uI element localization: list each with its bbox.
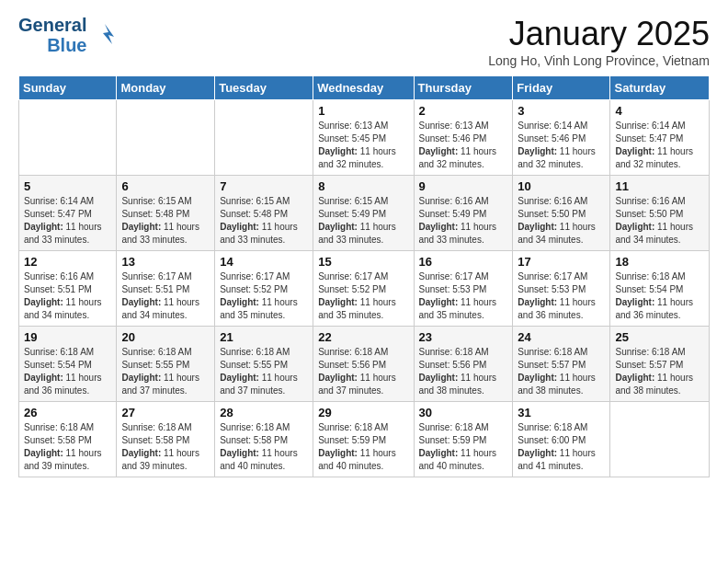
location-subtitle: Long Ho, Vinh Long Province, Vietnam	[488, 53, 710, 68]
logo: General Blue	[18, 15, 118, 55]
table-row: 27Sunrise: 6:18 AMSunset: 5:58 PMDayligh…	[117, 402, 215, 477]
day-info: Sunrise: 6:15 AMSunset: 5:48 PMDaylight:…	[220, 195, 308, 247]
day-number: 19	[24, 330, 111, 344]
table-row: 23Sunrise: 6:18 AMSunset: 5:56 PMDayligh…	[414, 327, 513, 402]
day-info: Sunrise: 6:17 AMSunset: 5:52 PMDaylight:…	[220, 270, 308, 322]
logo-general: General	[18, 15, 86, 35]
day-number: 17	[518, 255, 605, 269]
table-row: 2Sunrise: 6:13 AMSunset: 5:46 PMDaylight…	[414, 100, 513, 176]
day-number: 13	[121, 255, 210, 269]
day-info: Sunrise: 6:18 AMSunset: 5:58 PMDaylight:…	[24, 421, 111, 473]
day-number: 23	[419, 330, 508, 344]
page: General Blue January 2025 Long Ho, Vinh …	[0, 0, 728, 492]
day-info: Sunrise: 6:13 AMSunset: 5:46 PMDaylight:…	[419, 120, 508, 171]
day-info: Sunrise: 6:15 AMSunset: 5:49 PMDaylight:…	[318, 195, 408, 247]
day-number: 21	[220, 330, 308, 344]
day-info: Sunrise: 6:18 AMSunset: 5:55 PMDaylight:…	[121, 346, 210, 397]
table-row: 11Sunrise: 6:16 AMSunset: 5:50 PMDayligh…	[610, 176, 710, 251]
table-row: 13Sunrise: 6:17 AMSunset: 5:51 PMDayligh…	[117, 251, 215, 327]
day-number: 14	[220, 255, 308, 269]
svg-marker-0	[103, 24, 114, 44]
day-info: Sunrise: 6:18 AMSunset: 5:58 PMDaylight:…	[220, 421, 308, 473]
header-thursday: Thursday	[414, 76, 513, 100]
day-info: Sunrise: 6:17 AMSunset: 5:51 PMDaylight:…	[121, 270, 210, 322]
day-number: 8	[318, 179, 408, 193]
day-number: 10	[518, 179, 605, 193]
table-row: 29Sunrise: 6:18 AMSunset: 5:59 PMDayligh…	[313, 402, 414, 477]
day-number: 7	[220, 179, 308, 193]
header-saturday: Saturday	[610, 76, 710, 100]
day-info: Sunrise: 6:16 AMSunset: 5:50 PMDaylight:…	[518, 195, 605, 247]
day-info: Sunrise: 6:18 AMSunset: 5:54 PMDaylight:…	[615, 270, 704, 322]
table-row: 17Sunrise: 6:17 AMSunset: 5:53 PMDayligh…	[513, 251, 610, 327]
logo-icon	[92, 20, 118, 50]
month-title: January 2025	[488, 15, 710, 53]
day-info: Sunrise: 6:18 AMSunset: 5:59 PMDaylight:…	[419, 421, 508, 473]
table-row: 28Sunrise: 6:18 AMSunset: 5:58 PMDayligh…	[215, 402, 313, 477]
day-info: Sunrise: 6:17 AMSunset: 5:53 PMDaylight:…	[419, 270, 508, 322]
day-number: 4	[615, 104, 704, 118]
table-row	[117, 100, 215, 176]
table-row: 19Sunrise: 6:18 AMSunset: 5:54 PMDayligh…	[19, 327, 117, 402]
table-row: 8Sunrise: 6:15 AMSunset: 5:49 PMDaylight…	[313, 176, 414, 251]
title-block: January 2025 Long Ho, Vinh Long Province…	[488, 15, 710, 68]
day-number: 2	[419, 104, 508, 118]
day-number: 15	[318, 255, 408, 269]
calendar-week-row: 26Sunrise: 6:18 AMSunset: 5:58 PMDayligh…	[19, 402, 710, 477]
day-info: Sunrise: 6:14 AMSunset: 5:46 PMDaylight:…	[518, 120, 605, 171]
day-info: Sunrise: 6:16 AMSunset: 5:50 PMDaylight:…	[615, 195, 704, 247]
day-number: 22	[318, 330, 408, 344]
day-number: 24	[518, 330, 605, 344]
table-row: 4Sunrise: 6:14 AMSunset: 5:47 PMDaylight…	[610, 100, 710, 176]
table-row: 1Sunrise: 6:13 AMSunset: 5:45 PMDaylight…	[313, 100, 414, 176]
day-info: Sunrise: 6:15 AMSunset: 5:48 PMDaylight:…	[121, 195, 210, 247]
day-number: 25	[615, 330, 704, 344]
day-info: Sunrise: 6:18 AMSunset: 5:57 PMDaylight:…	[518, 346, 605, 397]
calendar-table: Sunday Monday Tuesday Wednesday Thursday…	[18, 75, 710, 477]
table-row: 26Sunrise: 6:18 AMSunset: 5:58 PMDayligh…	[19, 402, 117, 477]
day-number: 28	[220, 406, 308, 419]
table-row: 16Sunrise: 6:17 AMSunset: 5:53 PMDayligh…	[414, 251, 513, 327]
table-row	[215, 100, 313, 176]
day-number: 26	[24, 406, 111, 419]
day-number: 20	[121, 330, 210, 344]
day-number: 11	[615, 179, 704, 193]
day-number: 30	[419, 406, 508, 419]
logo-blue: Blue	[47, 35, 86, 55]
day-number: 9	[419, 179, 508, 193]
header-tuesday: Tuesday	[215, 76, 313, 100]
header: General Blue January 2025 Long Ho, Vinh …	[18, 15, 710, 68]
table-row: 15Sunrise: 6:17 AMSunset: 5:52 PMDayligh…	[313, 251, 414, 327]
day-number: 3	[518, 104, 605, 118]
day-number: 6	[121, 179, 210, 193]
day-number: 18	[615, 255, 704, 269]
table-row	[19, 100, 117, 176]
day-info: Sunrise: 6:14 AMSunset: 5:47 PMDaylight:…	[615, 120, 704, 171]
day-info: Sunrise: 6:18 AMSunset: 5:59 PMDaylight:…	[318, 421, 408, 473]
calendar-week-row: 19Sunrise: 6:18 AMSunset: 5:54 PMDayligh…	[19, 327, 710, 402]
day-number: 1	[318, 104, 408, 118]
day-info: Sunrise: 6:18 AMSunset: 5:55 PMDaylight:…	[220, 346, 308, 397]
calendar-week-row: 12Sunrise: 6:16 AMSunset: 5:51 PMDayligh…	[19, 251, 710, 327]
day-info: Sunrise: 6:14 AMSunset: 5:47 PMDaylight:…	[24, 195, 111, 247]
day-number: 12	[24, 255, 111, 269]
day-info: Sunrise: 6:17 AMSunset: 5:52 PMDaylight:…	[318, 270, 408, 322]
day-info: Sunrise: 6:18 AMSunset: 6:00 PMDaylight:…	[518, 421, 605, 473]
day-info: Sunrise: 6:18 AMSunset: 5:57 PMDaylight:…	[615, 346, 704, 397]
table-row: 10Sunrise: 6:16 AMSunset: 5:50 PMDayligh…	[513, 176, 610, 251]
header-monday: Monday	[117, 76, 215, 100]
table-row: 7Sunrise: 6:15 AMSunset: 5:48 PMDaylight…	[215, 176, 313, 251]
day-info: Sunrise: 6:17 AMSunset: 5:53 PMDaylight:…	[518, 270, 605, 322]
table-row	[610, 402, 710, 477]
table-row: 6Sunrise: 6:15 AMSunset: 5:48 PMDaylight…	[117, 176, 215, 251]
day-number: 29	[318, 406, 408, 419]
table-row: 18Sunrise: 6:18 AMSunset: 5:54 PMDayligh…	[610, 251, 710, 327]
day-info: Sunrise: 6:16 AMSunset: 5:51 PMDaylight:…	[24, 270, 111, 322]
table-row: 24Sunrise: 6:18 AMSunset: 5:57 PMDayligh…	[513, 327, 610, 402]
header-sunday: Sunday	[19, 76, 117, 100]
table-row: 12Sunrise: 6:16 AMSunset: 5:51 PMDayligh…	[19, 251, 117, 327]
table-row: 5Sunrise: 6:14 AMSunset: 5:47 PMDaylight…	[19, 176, 117, 251]
table-row: 20Sunrise: 6:18 AMSunset: 5:55 PMDayligh…	[117, 327, 215, 402]
day-info: Sunrise: 6:18 AMSunset: 5:56 PMDaylight:…	[419, 346, 508, 397]
calendar-header-row: Sunday Monday Tuesday Wednesday Thursday…	[19, 76, 710, 100]
